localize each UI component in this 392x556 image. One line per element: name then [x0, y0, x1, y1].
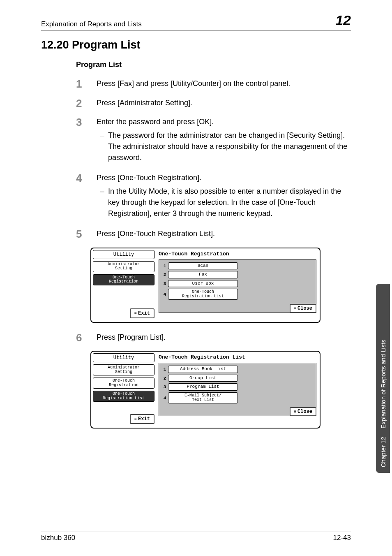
step-number: 3 [76, 116, 97, 165]
option-number: 1 [161, 367, 168, 372]
option-row: 3 Program List [161, 383, 314, 391]
option-number: 2 [161, 376, 168, 381]
side-chapter-tab: Explanation of Reports and Lists Chapter… [376, 284, 390, 473]
step-number: 2 [76, 97, 97, 109]
dash-icon: – [97, 130, 108, 163]
step-number: 6 [76, 332, 97, 344]
option-row: 2 Group List [161, 375, 314, 382]
section-title: 12.20 Program List [41, 39, 351, 51]
one-touch-registration-list-button[interactable]: One-Touch Registration List [93, 391, 154, 402]
dash-icon: – [97, 186, 108, 219]
step-text: Press [One-Touch Registration List]. [97, 228, 351, 240]
step-3: 3 Enter the password and press [OK]. – T… [76, 116, 351, 165]
scan-button[interactable]: Scan [168, 262, 238, 270]
option-number: 3 [161, 281, 168, 286]
panel-body: 1 Scan 2 Fax 3 User Box 4 One-Touch Regi… [159, 259, 316, 313]
user-box-button[interactable]: User Box [168, 280, 238, 287]
step-body: Press [One-Touch Registration]. – In the… [97, 172, 351, 221]
step-number: 4 [76, 172, 97, 221]
page-footer: bizhub 360 12-43 [41, 531, 351, 542]
screenshot-left-nav: Utility Administrator Setting One-Touch … [93, 250, 154, 320]
one-touch-registration-button[interactable]: One-Touch Registration [93, 378, 154, 389]
screenshot-one-touch-registration: Utility Administrator Setting One-Touch … [90, 248, 321, 323]
address-book-list-button[interactable]: Address Book List [168, 366, 238, 373]
option-number: 3 [161, 385, 168, 389]
option-number: 4 [161, 396, 168, 401]
step-text: Enter the password and press [OK]. [97, 116, 351, 127]
utility-button[interactable]: Utility [93, 250, 154, 259]
admin-setting-button[interactable]: Administrator Setting [93, 364, 154, 375]
step-sub-text: The password for the administrator can b… [108, 130, 351, 163]
one-touch-registration-button[interactable]: One-Touch Registration [93, 274, 154, 285]
screenshot-one-touch-registration-list: Utility Administrator Setting One-Touch … [90, 351, 321, 429]
exit-button[interactable]: Exit [130, 414, 154, 424]
screenshot-left-nav: Utility Administrator Setting One-Touch … [93, 353, 154, 426]
close-button[interactable]: Close [290, 304, 316, 313]
step-number: 5 [76, 228, 97, 240]
screenshot-right-panel: One-Touch Registration 1 Scan 2 Fax 3 Us… [157, 250, 318, 320]
step-sub: – In the Utility Mode, it is also possib… [97, 186, 351, 219]
step-5: 5 Press [One-Touch Registration List]. [76, 228, 351, 240]
subsection-title: Program List [76, 60, 351, 69]
admin-setting-button[interactable]: Administrator Setting [93, 261, 154, 272]
group-list-button[interactable]: Group List [168, 375, 238, 382]
step-sub-text: In the Utility Mode, it is also possible… [108, 186, 351, 219]
one-touch-registration-list-button[interactable]: One-Touch Registration List [168, 289, 238, 300]
step-1: 1 Press [Fax] and press [Utility/Counter… [76, 78, 351, 90]
program-list-button[interactable]: Program List [168, 383, 238, 391]
step-text: Press [Program List]. [97, 332, 351, 344]
option-row: 4 One-Touch Registration List [161, 289, 314, 300]
step-2: 2 Press [Administrator Setting]. [76, 97, 351, 109]
step-text: Press [Fax] and press [Utility/Counter] … [97, 78, 351, 90]
utility-button[interactable]: Utility [93, 353, 154, 362]
panel-title: One-Touch Registration List [159, 354, 316, 360]
email-subject-text-list-button[interactable]: E-Mail Subject/ Text List [168, 392, 238, 403]
option-row: 2 Fax [161, 271, 314, 278]
exit-button[interactable]: Exit [130, 308, 154, 318]
step-sub: – The password for the administrator can… [97, 130, 351, 163]
step-text: Press [Administrator Setting]. [97, 97, 351, 109]
side-tab-chapter: Chapter 12 [380, 437, 387, 467]
panel-title: One-Touch Registration [159, 251, 316, 257]
steps-list: 1 Press [Fax] and press [Utility/Counter… [76, 78, 351, 240]
option-row: 3 User Box [161, 280, 314, 287]
step-number: 1 [76, 78, 97, 90]
panel-body: 1 Address Book List 2 Group List 3 Progr… [159, 363, 316, 416]
steps-list-continued: 6 Press [Program List]. [76, 332, 351, 344]
option-row: 1 Address Book List [161, 366, 314, 373]
fax-button[interactable]: Fax [168, 271, 238, 278]
step-6: 6 Press [Program List]. [76, 332, 351, 344]
option-row: 4 E-Mail Subject/ Text List [161, 392, 314, 403]
header-chapter-number: 12 [335, 12, 351, 28]
page-header: Explanation of Reports and Lists 12 [41, 12, 351, 30]
step-body: Enter the password and press [OK]. – The… [97, 116, 351, 165]
close-button[interactable]: Close [290, 407, 316, 416]
header-left-text: Explanation of Reports and Lists [41, 20, 142, 28]
step-4: 4 Press [One-Touch Registration]. – In t… [76, 172, 351, 221]
footer-right: 12-43 [333, 534, 351, 542]
option-number: 1 [161, 264, 168, 269]
option-number: 2 [161, 272, 168, 277]
option-number: 4 [161, 292, 168, 297]
option-row: 1 Scan [161, 262, 314, 270]
footer-left: bizhub 360 [41, 534, 75, 542]
step-text: Press [One-Touch Registration]. [97, 172, 351, 183]
screenshot-right-panel: One-Touch Registration List 1 Address Bo… [157, 353, 318, 426]
side-tab-section: Explanation of Reports and Lists [380, 340, 387, 429]
